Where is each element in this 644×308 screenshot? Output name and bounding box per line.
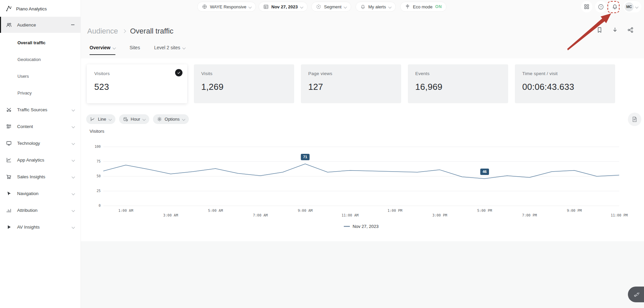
collapse-minus-icon [71,24,74,25]
x-axis-tick: 11:00 PM [611,213,628,217]
monitor-icon [6,140,12,146]
content-list-icon [6,124,12,129]
sidebar-item-attribution[interactable]: Attribution [0,202,80,219]
report-panel: Visitors 523 Visits 1,269 Page views 127… [80,58,644,241]
eco-mode-toggle[interactable]: Eco mode ON [400,2,446,12]
data-point-label: 71 [301,154,310,160]
chart-title: Visitors [90,129,104,134]
chevron-down-icon [72,125,75,128]
eco-plant-icon [405,4,410,9]
chevron-down-icon [182,46,186,49]
export-report-button[interactable] [628,113,641,126]
sidebar-item-app-analytics[interactable]: App Analytics [0,151,80,168]
y-axis-tick: 0 [87,204,101,207]
sidebar-item-sales-insights[interactable]: Sales Insights [0,168,80,185]
report-tabs: Overview Sites Level 2 sites [90,45,185,55]
chart-legend[interactable]: Nov 27, 2023 [103,224,619,229]
chart-plot-area[interactable] [103,147,619,206]
segment-selector[interactable]: Segment [311,2,351,12]
metric-card-visits[interactable]: Visits 1,269 [194,64,294,103]
metric-card-visitors[interactable]: Visitors 523 [87,64,187,103]
tab-overview[interactable]: Overview [90,45,115,55]
apps-grid-icon [584,4,590,10]
cursor-icon [6,191,12,196]
apps-grid-button[interactable] [581,1,592,12]
tab-level-2-sites[interactable]: Level 2 sites [154,45,185,54]
svg-text:?: ? [600,5,601,9]
x-axis-tick: 7:00 AM [253,213,268,217]
app-logo[interactable]: Piano Analytics [5,3,47,15]
sidebar-subitem-overall-traffic[interactable]: Overall traffic [0,34,80,51]
sidebar-item-traffic-sources[interactable]: Traffic Sources [0,101,80,118]
notifications-bell-icon [612,4,618,10]
topbar-right: ? MC [581,1,641,12]
avatar: MC [625,2,634,11]
metric-cards: Visitors 523 Visits 1,269 Page views 127… [87,64,615,103]
globe-icon [202,4,207,9]
sidebar-item-content[interactable]: Content [0,118,80,135]
chevron-down-icon [113,46,116,49]
line-chart-icon [6,157,12,163]
legend-label: Nov 27, 2023 [353,224,378,229]
chevron-down-icon [344,5,347,8]
metric-card-events[interactable]: Events 16,969 [408,64,508,103]
breadcrumb-section[interactable]: Audience [87,27,118,36]
breadcrumb: Audience Overall traffic [87,27,173,36]
sidebar-item-av-insights[interactable]: AV Insights [0,219,80,235]
notifications-button[interactable] [609,1,621,12]
chevron-down-icon [182,118,185,121]
check-icon [175,69,182,76]
chevron-down-icon [72,225,75,229]
app-title: Piano Analytics [16,6,47,11]
chevron-down-icon [72,208,75,212]
chevron-down-icon [72,175,75,178]
date-picker-label: Nov 27, 2023 [271,4,298,9]
tab-sites[interactable]: Sites [129,45,140,54]
share-icon[interactable] [627,27,634,33]
sidebar-subitem-users[interactable]: Users [0,68,80,84]
page-background [80,241,644,308]
date-picker[interactable]: Nov 27, 2023 [259,2,308,12]
options-button[interactable]: Options [153,114,189,124]
page-title: Overall traffic [130,27,173,36]
chevron-down-icon [249,5,252,8]
database-clock-icon [123,117,128,122]
help-button[interactable]: ? [595,1,606,12]
alerts-bell-icon [360,4,366,9]
x-axis-tick: 11:00 AM [341,213,359,217]
download-icon[interactable] [612,27,618,33]
sidebar-item-technology[interactable]: Technology [0,135,80,151]
metric-card-page-views[interactable]: Page views 127 [301,64,401,103]
visitors-line-chart: Nov 27, 2023 02550751001:00 AM3:00 AM5:0… [103,147,619,206]
sidebar-subitem-privacy[interactable]: Privacy [0,84,80,101]
site-selector[interactable]: WAYE Responsive [197,2,256,12]
chart-type-selector[interactable]: Line [86,114,115,124]
x-axis-tick: 5:00 AM [208,208,223,212]
sidebar-item-audience[interactable]: Audience [0,17,80,33]
x-axis-tick: 3:00 PM [432,213,447,217]
sidebar-item-navigation[interactable]: Navigation [0,185,80,202]
data-point-label: 46 [480,169,489,175]
segment-target-icon [316,4,321,9]
whats-new-rocket-button[interactable] [628,287,644,302]
user-menu[interactable]: MC [623,1,641,12]
y-axis-tick: 25 [87,189,101,193]
chevron-down-icon [635,5,639,8]
chevron-down-icon [72,108,75,111]
document-icon [632,116,638,122]
granularity-selector[interactable]: Hour [119,114,149,124]
audience-people-icon [6,22,12,28]
play-icon [6,224,12,230]
my-alerts[interactable]: My alerts [356,2,396,12]
x-axis-tick: 1:00 AM [118,208,133,212]
sidebar-item-label: Audience [17,22,66,27]
sidebar-subitem-geolocation[interactable]: Geolocation [0,51,80,68]
segment-label: Segment [324,4,341,9]
rocket-icon [633,291,640,298]
chart-controls: Line Hour Options [86,114,189,124]
metric-card-time-spent[interactable]: Time spent / visit 00:06:43.633 [515,64,615,103]
bar-chart-icon [6,207,12,213]
breadcrumb-separator-icon [122,29,126,33]
bookmark-icon[interactable] [596,27,603,33]
gear-icon [157,117,162,122]
